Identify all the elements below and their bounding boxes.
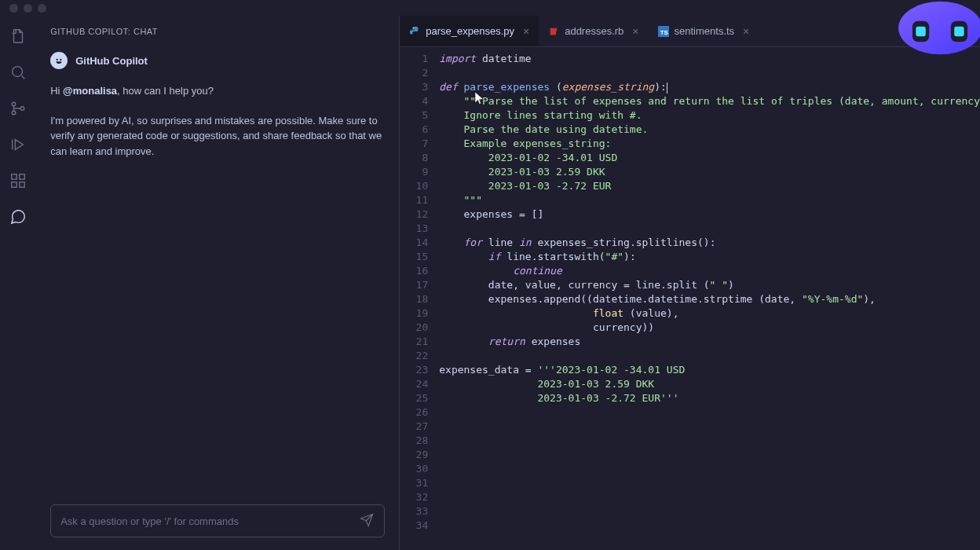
line-numbers: 1234567891011121314151617181920212223242… [400, 52, 439, 550]
panel-title: GITHUB COPILOT: CHAT [50, 27, 385, 36]
svg-point-0 [13, 67, 23, 77]
extensions-icon[interactable] [7, 170, 29, 192]
tab-label: sentiments.ts [675, 25, 735, 37]
chat-icon[interactable] [7, 206, 29, 228]
window-minimize-icon[interactable] [24, 4, 32, 13]
code-editor[interactable]: 1234567891011121314151617181920212223242… [400, 47, 980, 550]
tab-label: addresses.rb [565, 25, 623, 37]
send-button[interactable] [359, 513, 375, 529]
svg-point-3 [20, 107, 24, 111]
chat-panel: GITHUB COPILOT: CHAT GitHub Copilot Hi @… [36, 16, 400, 550]
svg-rect-17 [954, 27, 964, 36]
svg-rect-7 [20, 174, 24, 179]
copilot-badge-icon [886, 0, 980, 63]
debug-icon[interactable] [7, 134, 29, 156]
send-icon [360, 513, 374, 527]
window-maximize-icon[interactable] [38, 4, 46, 13]
svg-rect-16 [916, 27, 925, 36]
svg-rect-6 [20, 182, 24, 187]
chat-description: I'm powered by AI, so surprises and mist… [50, 113, 385, 160]
svg-point-13 [898, 2, 980, 55]
svg-point-9 [60, 59, 61, 60]
svg-point-10 [413, 28, 414, 28]
tab-sentiments-ts[interactable]: TSsentiments.ts× [649, 16, 759, 46]
chat-bot-name: GitHub Copilot [75, 55, 148, 67]
window-close-icon[interactable] [9, 4, 18, 13]
svg-rect-4 [12, 174, 16, 179]
code-content[interactable]: import datetime def parse_expenses (expe… [439, 52, 980, 550]
activity-bar [0, 16, 36, 550]
tab-label: parse_expenses.py [426, 25, 514, 37]
mouse-cursor-icon [474, 91, 485, 105]
chat-input-container[interactable] [50, 504, 385, 537]
copilot-avatar-icon [50, 52, 68, 69]
close-icon[interactable]: × [743, 25, 749, 38]
chat-greeting: Hi @monalisa, how can I help you? [50, 83, 385, 99]
explorer-icon[interactable] [7, 25, 29, 47]
svg-point-8 [57, 59, 58, 60]
tab-addresses-rb[interactable]: addresses.rb× [539, 16, 648, 46]
search-icon[interactable] [7, 61, 29, 83]
close-icon[interactable]: × [632, 25, 638, 38]
close-icon[interactable]: × [523, 25, 529, 38]
source-control-icon[interactable] [7, 97, 29, 119]
chat-input[interactable] [60, 515, 359, 527]
titlebar [0, 0, 980, 16]
editor-area: parse_expenses.py×addresses.rb×TSsentime… [400, 16, 980, 550]
svg-point-1 [12, 102, 16, 106]
svg-text:TS: TS [660, 28, 667, 35]
svg-rect-5 [12, 182, 16, 187]
svg-point-2 [12, 111, 16, 115]
tab-parse_expenses-py[interactable]: parse_expenses.py× [400, 16, 539, 46]
